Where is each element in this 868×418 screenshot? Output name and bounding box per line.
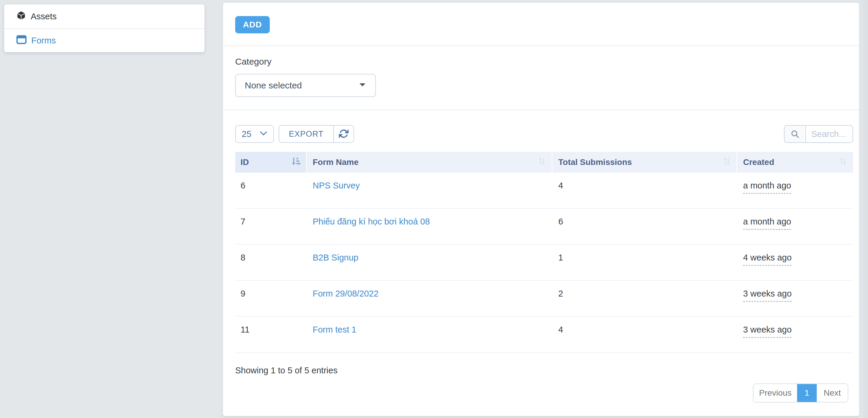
cell-form-name: Form test 1 <box>307 317 552 352</box>
sort-both-icon <box>537 156 547 169</box>
table-summary: Showing 1 to 5 of 5 entries <box>235 365 853 376</box>
table-row: 7 Phiếu đăng kí học bơi khoá 08 6 a mont… <box>235 209 853 245</box>
column-header-label: Created <box>743 158 774 167</box>
search-icon <box>784 126 806 142</box>
created-relative-time: 3 weeks ago <box>743 289 792 302</box>
cell-id: 6 <box>235 173 307 208</box>
table-row: 6 NPS Survey 4 a month ago <box>235 173 853 209</box>
table-toolbar: 25 EXPORT <box>235 125 853 143</box>
column-header-id[interactable]: ID <box>235 152 307 173</box>
sort-both-icon <box>722 156 732 169</box>
category-label: Category <box>235 57 847 67</box>
next-page-button[interactable]: Next <box>817 384 848 402</box>
cell-id: 11 <box>235 317 307 352</box>
caret-down-icon <box>359 82 366 89</box>
export-button[interactable]: EXPORT <box>279 126 333 142</box>
cell-form-name: Form 29/08/2022 <box>307 281 552 316</box>
sidebar-item-assets[interactable]: Assets <box>4 4 205 28</box>
cell-total-submissions: 6 <box>552 209 737 244</box>
category-selected-value: None selected <box>245 80 302 91</box>
cell-created: a month ago <box>737 173 853 208</box>
column-header-total-submissions[interactable]: Total Submissions <box>552 152 737 173</box>
cell-form-name: NPS Survey <box>307 173 552 208</box>
table-row: 8 B2B Signup 1 4 weeks ago <box>235 245 853 281</box>
cell-created: a month ago <box>737 209 853 244</box>
cell-id: 8 <box>235 245 307 280</box>
table-row: 11 Form test 1 4 3 weeks ago <box>235 317 853 353</box>
sort-both-icon <box>838 156 848 169</box>
form-name-link[interactable]: NPS Survey <box>313 181 360 190</box>
cell-id: 7 <box>235 209 307 244</box>
sidebar: Assets Forms <box>4 4 205 52</box>
cell-created: 3 weeks ago <box>737 281 853 316</box>
page-size-select[interactable]: 25 <box>235 125 274 143</box>
form-name-link[interactable]: Form 29/08/2022 <box>313 289 378 298</box>
table-header-row: ID Form N <box>235 152 853 173</box>
column-header-label: Form Name <box>313 158 359 167</box>
category-select[interactable]: None selected <box>235 74 376 97</box>
cell-total-submissions: 4 <box>552 173 737 208</box>
created-relative-time: a month ago <box>743 181 791 194</box>
created-relative-time: 3 weeks ago <box>743 325 792 338</box>
add-button[interactable]: ADD <box>235 16 270 33</box>
search-group <box>784 125 853 143</box>
cell-id: 9 <box>235 281 307 316</box>
cell-created: 4 weeks ago <box>737 245 853 280</box>
form-name-link[interactable]: Form test 1 <box>313 325 356 334</box>
previous-page-button[interactable]: Previous <box>753 384 797 402</box>
sidebar-item-label: Assets <box>31 11 57 22</box>
page-1-button[interactable]: 1 <box>797 384 817 402</box>
add-section: ADD <box>223 3 859 46</box>
sort-asc-icon <box>290 156 301 169</box>
cell-created: 3 weeks ago <box>737 317 853 352</box>
chevron-down-icon <box>259 131 268 137</box>
cube-icon <box>17 11 26 22</box>
cell-total-submissions: 1 <box>552 245 737 280</box>
created-relative-time: 4 weeks ago <box>743 253 792 266</box>
cell-form-name: Phiếu đăng kí học bơi khoá 08 <box>307 209 552 244</box>
created-relative-time: a month ago <box>743 217 791 230</box>
sidebar-item-label: Forms <box>31 36 56 45</box>
refresh-icon <box>339 129 349 140</box>
column-header-label: ID <box>241 158 249 167</box>
form-name-link[interactable]: B2B Signup <box>313 253 358 262</box>
table-section: 25 EXPORT <box>223 110 859 403</box>
export-refresh-group: EXPORT <box>279 125 354 143</box>
column-header-form-name[interactable]: Form Name <box>307 152 552 173</box>
forms-panel: ADD Category None selected 25 EXPORT <box>223 3 859 416</box>
sidebar-item-forms[interactable]: Forms <box>4 28 205 52</box>
cell-total-submissions: 2 <box>552 281 737 316</box>
cell-total-submissions: 4 <box>552 317 737 352</box>
table-row: 9 Form 29/08/2022 2 3 weeks ago <box>235 281 853 317</box>
form-name-link[interactable]: Phiếu đăng kí học bơi khoá 08 <box>313 217 430 226</box>
page-size-value: 25 <box>242 129 251 139</box>
column-header-created[interactable]: Created <box>737 152 853 173</box>
pagination: Previous 1 Next <box>235 383 853 403</box>
refresh-button[interactable] <box>333 126 353 142</box>
search-input[interactable] <box>806 126 852 142</box>
column-header-label: Total Submissions <box>558 158 632 167</box>
forms-table: ID Form N <box>235 152 853 353</box>
scrollbar-track[interactable] <box>860 0 868 418</box>
cell-form-name: B2B Signup <box>307 245 552 280</box>
category-filter-section: Category None selected <box>223 46 859 110</box>
window-icon <box>17 35 27 46</box>
table-body: 6 NPS Survey 4 a month ago 7 Phiếu đăng … <box>235 173 853 353</box>
